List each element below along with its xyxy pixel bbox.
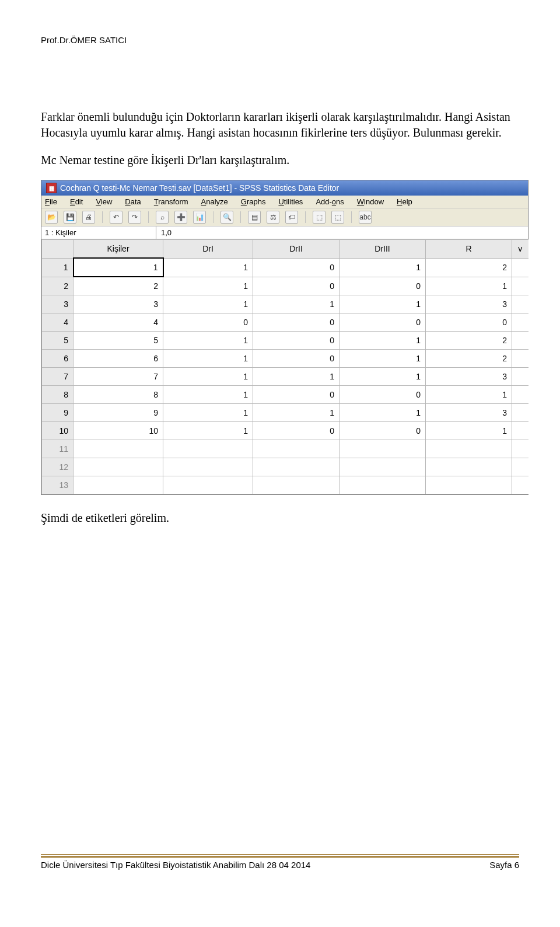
col-header[interactable]: DrII xyxy=(253,240,340,259)
row-number[interactable]: 9 xyxy=(42,404,74,422)
data-cell[interactable]: 3 xyxy=(426,368,512,386)
menu-graphs[interactable]: Graphs xyxy=(241,197,266,206)
weight-cases-icon[interactable]: ⚖ xyxy=(267,211,279,224)
data-cell[interactable]: 1 xyxy=(340,368,426,386)
col-header[interactable]: DrIII xyxy=(340,240,426,259)
data-cell-partial[interactable] xyxy=(512,277,528,295)
menu-data[interactable]: Data xyxy=(125,197,141,206)
show-all-icon[interactable]: ⬚ xyxy=(331,211,344,224)
data-cell[interactable] xyxy=(74,458,163,476)
data-cell-partial[interactable] xyxy=(512,313,528,332)
data-cell[interactable]: 0 xyxy=(163,313,253,332)
row-number[interactable]: 3 xyxy=(42,295,74,313)
row-number[interactable]: 11 xyxy=(42,440,74,458)
data-cell[interactable]: 0 xyxy=(340,386,426,404)
undo-icon[interactable]: ↶ xyxy=(110,211,123,224)
data-cell-partial[interactable] xyxy=(512,476,528,494)
menu-view[interactable]: View xyxy=(96,197,112,206)
data-cell[interactable]: 1 xyxy=(163,258,253,277)
col-header[interactable]: R xyxy=(426,240,512,259)
data-cell[interactable]: 0 xyxy=(340,313,426,332)
data-cell[interactable] xyxy=(253,458,340,476)
data-cell[interactable]: 0 xyxy=(253,350,340,368)
data-cell[interactable]: 5 xyxy=(74,332,163,350)
data-cell[interactable]: 1 xyxy=(163,368,253,386)
save-icon[interactable]: 💾 xyxy=(64,211,76,224)
menu-help[interactable]: Help xyxy=(397,197,412,206)
menu-edit[interactable]: Edit xyxy=(70,197,83,206)
data-cell[interactable]: 1 xyxy=(163,386,253,404)
row-number[interactable]: 5 xyxy=(42,332,74,350)
data-cell[interactable]: 10 xyxy=(74,422,163,440)
row-number[interactable]: 10 xyxy=(42,422,74,440)
data-cell[interactable]: 2 xyxy=(426,258,512,277)
data-cell[interactable]: 1 xyxy=(340,350,426,368)
data-cell[interactable]: 1 xyxy=(163,350,253,368)
col-header[interactable]: DrI xyxy=(163,240,253,259)
row-number[interactable]: 7 xyxy=(42,368,74,386)
data-cell-partial[interactable] xyxy=(512,386,528,404)
data-cell[interactable]: 0 xyxy=(253,277,340,295)
data-cell[interactable]: 0 xyxy=(253,422,340,440)
data-cell[interactable]: 1 xyxy=(426,277,512,295)
active-cell-value[interactable]: 1,0 xyxy=(156,226,528,239)
data-cell[interactable] xyxy=(253,440,340,458)
data-cell[interactable] xyxy=(163,458,253,476)
value-labels-icon[interactable]: 🏷 xyxy=(285,211,298,224)
insert-variable-icon[interactable]: 📊 xyxy=(193,211,206,224)
data-cell[interactable]: 1 xyxy=(253,368,340,386)
data-cell[interactable]: 3 xyxy=(74,295,163,313)
data-cell[interactable]: 0 xyxy=(253,332,340,350)
data-cell[interactable] xyxy=(340,458,426,476)
data-cell[interactable]: 2 xyxy=(426,332,512,350)
data-cell[interactable]: 3 xyxy=(426,404,512,422)
data-cell[interactable]: 1 xyxy=(253,295,340,313)
data-cell-partial[interactable] xyxy=(512,258,528,277)
variable-sets-icon[interactable]: ⬚ xyxy=(313,211,326,224)
data-cell[interactable]: 1 xyxy=(163,332,253,350)
data-cell[interactable]: 7 xyxy=(74,368,163,386)
print-icon[interactable]: 🖨 xyxy=(82,211,95,224)
data-cell[interactable]: 0 xyxy=(426,313,512,332)
data-cell-partial[interactable] xyxy=(512,332,528,350)
data-cell[interactable]: 0 xyxy=(253,313,340,332)
data-cell-partial[interactable] xyxy=(512,368,528,386)
data-cell[interactable]: 1 xyxy=(163,404,253,422)
data-cell[interactable] xyxy=(163,440,253,458)
data-cell[interactable]: 0 xyxy=(340,422,426,440)
data-cell[interactable] xyxy=(426,440,512,458)
data-cell[interactable]: 1 xyxy=(163,277,253,295)
data-cell-partial[interactable] xyxy=(512,295,528,313)
data-cell-partial[interactable] xyxy=(512,422,528,440)
data-cell[interactable]: 1 xyxy=(340,404,426,422)
row-number[interactable]: 1 xyxy=(42,258,74,277)
data-cell[interactable]: 9 xyxy=(74,404,163,422)
data-cell[interactable]: 1 xyxy=(74,258,163,277)
data-cell[interactable]: 1 xyxy=(426,386,512,404)
data-cell[interactable]: 0 xyxy=(253,386,340,404)
goto-case-icon[interactable]: ⌕ xyxy=(156,211,169,224)
data-cell[interactable] xyxy=(253,476,340,494)
data-cell[interactable]: 0 xyxy=(253,258,340,277)
menu-window[interactable]: Window xyxy=(357,197,384,206)
data-cell[interactable] xyxy=(163,476,253,494)
insert-case-icon[interactable]: ➕ xyxy=(174,211,187,224)
open-icon[interactable]: 📂 xyxy=(45,211,58,224)
data-cell[interactable] xyxy=(426,458,512,476)
data-cell[interactable] xyxy=(74,440,163,458)
row-number[interactable]: 13 xyxy=(42,476,74,494)
data-cell[interactable]: 1 xyxy=(340,295,426,313)
data-cell[interactable] xyxy=(340,476,426,494)
data-cell[interactable]: 4 xyxy=(74,313,163,332)
data-cell[interactable]: 1 xyxy=(340,258,426,277)
menu-file[interactable]: File xyxy=(45,197,57,206)
data-cell-partial[interactable] xyxy=(512,458,528,476)
data-cell[interactable]: 1 xyxy=(163,295,253,313)
row-number[interactable]: 12 xyxy=(42,458,74,476)
data-cell[interactable]: 2 xyxy=(426,350,512,368)
data-cell[interactable]: 2 xyxy=(74,277,163,295)
find-icon[interactable]: 🔍 xyxy=(220,211,233,224)
data-cell[interactable] xyxy=(340,440,426,458)
redo-icon[interactable]: ↷ xyxy=(128,211,141,224)
menu-addons[interactable]: Add-ons xyxy=(316,197,344,206)
